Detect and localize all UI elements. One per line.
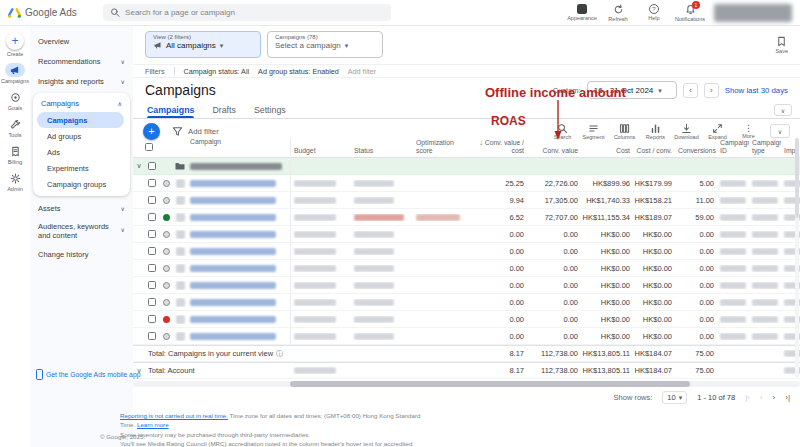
- reports-tool-button[interactable]: Reports: [640, 123, 671, 140]
- save-button[interactable]: Save: [775, 36, 788, 54]
- nav-campaigns-parent[interactable]: Campaigns: [33, 94, 130, 112]
- table-row[interactable]: 0.00 0.00 HK$0.00 HK$0.00 0.00: [133, 226, 800, 243]
- row-checkbox[interactable]: [148, 179, 156, 187]
- campaign-select-dropdown[interactable]: Campaigns (78) Select a campaign: [267, 31, 383, 58]
- table-row[interactable]: 0.00 0.00 HK$0.00 HK$0.00 0.00: [133, 277, 800, 294]
- campaign-status-dot[interactable]: [163, 299, 170, 306]
- vertical-scrollbar-thumb[interactable]: [795, 138, 799, 218]
- campaign-status-dot[interactable]: [163, 214, 170, 221]
- row-checkbox[interactable]: [148, 230, 156, 238]
- col-conv-value-per-cost[interactable]: ↓ Conv. value / cost: [473, 139, 527, 155]
- filter-chip-campaign-status[interactable]: Campaign status: All: [184, 67, 250, 76]
- rail-admin-button[interactable]: Admin: [5, 171, 25, 192]
- campaign-name-redacted[interactable]: [190, 197, 276, 204]
- col-conversions[interactable]: Conversions: [675, 147, 717, 155]
- select-all-checkbox[interactable]: [145, 143, 153, 151]
- col-campaign-id[interactable]: Campaign ID: [717, 139, 749, 155]
- col-cost[interactable]: Cost: [581, 147, 633, 155]
- vertical-scrollbar[interactable]: [795, 138, 799, 378]
- table-row[interactable]: 0.00 0.00 HK$0.00 HK$0.00 0.00: [133, 243, 800, 260]
- refresh-button[interactable]: Refresh: [600, 4, 636, 22]
- tab-drafts[interactable]: Drafts: [212, 102, 235, 118]
- campaign-name-redacted[interactable]: [190, 333, 276, 340]
- help-button[interactable]: Help: [636, 4, 672, 22]
- nav-assets[interactable]: Assets: [30, 198, 133, 218]
- tab-settings[interactable]: Settings: [254, 102, 286, 118]
- show-last-30-days-link[interactable]: Show last 30 days: [725, 86, 788, 95]
- account-info-redacted[interactable]: [714, 4, 792, 22]
- campaign-status-dot[interactable]: [163, 180, 170, 187]
- nav-sub-experiments[interactable]: Experiments: [33, 160, 130, 176]
- col-campaign[interactable]: Campaign: [187, 138, 291, 155]
- collapse-toolbar-button[interactable]: [770, 124, 790, 138]
- row-checkbox[interactable]: [148, 332, 156, 340]
- table-row[interactable]: [133, 158, 800, 175]
- horizontal-scrollbar[interactable]: [133, 381, 800, 387]
- date-next-button[interactable]: [704, 83, 719, 98]
- row-checkbox[interactable]: [148, 247, 156, 255]
- col-budget[interactable]: Budget: [291, 147, 351, 155]
- campaign-name-redacted[interactable]: [190, 214, 276, 221]
- campaign-status-dot[interactable]: [163, 333, 170, 340]
- campaign-name-redacted[interactable]: [190, 265, 276, 272]
- date-prev-button[interactable]: [683, 83, 698, 98]
- table-row[interactable]: 25.25 22,726.00 HK$899.96 HK$179.99 5.00: [133, 175, 800, 192]
- learn-more-link[interactable]: Learn more: [137, 421, 169, 428]
- nav-recommendations[interactable]: Recommendations: [30, 51, 133, 71]
- toolbar-add-filter[interactable]: Add filter: [172, 126, 219, 137]
- col-status[interactable]: Status: [351, 147, 413, 155]
- segment-tool-button[interactable]: Segment: [578, 123, 609, 140]
- mobile-app-link[interactable]: Get the Google Ads mobile app: [36, 369, 140, 380]
- campaign-name-redacted[interactable]: [190, 231, 276, 238]
- campaign-status-dot[interactable]: [163, 231, 170, 238]
- nav-sub-campaigns[interactable]: Campaigns: [37, 112, 124, 128]
- google-ads-logo[interactable]: Google Ads: [8, 7, 77, 19]
- nav-sub-campaign-groups[interactable]: Campaign groups: [33, 176, 130, 192]
- horizontal-scrollbar-thumb[interactable]: [290, 381, 690, 387]
- prev-page-button[interactable]: [760, 393, 763, 402]
- row-checkbox[interactable]: [148, 213, 156, 221]
- rail-goals-button[interactable]: Goals: [5, 90, 25, 111]
- nav-sub-ad-groups[interactable]: Ad groups: [33, 128, 130, 144]
- col-cost-per-conv[interactable]: Cost / conv.: [633, 147, 675, 155]
- table-row[interactable]: 9.94 17,305.00 HK$1,740.33 HK$158.21 11.…: [133, 192, 800, 209]
- columns-tool-button[interactable]: Columns: [609, 123, 640, 140]
- filter-chip-ad-group-status[interactable]: Ad group status: Enabled: [258, 67, 339, 76]
- campaign-name-redacted[interactable]: [190, 180, 276, 187]
- appearance-button[interactable]: Appearance: [564, 4, 600, 22]
- campaign-status-dot[interactable]: [163, 316, 170, 323]
- rail-billing-button[interactable]: Billing: [5, 144, 25, 165]
- rail-tools-button[interactable]: Tools: [5, 117, 25, 138]
- row-checkbox[interactable]: [148, 264, 156, 272]
- nav-sub-ads[interactable]: Ads: [33, 144, 130, 160]
- row-checkbox[interactable]: [148, 315, 156, 323]
- campaign-name-redacted[interactable]: [190, 248, 276, 255]
- view-filter-dropdown[interactable]: View (2 filters) All campaigns: [145, 31, 261, 58]
- table-row[interactable]: 6.52 72,707.00 HK$11,155.34 HK$189.07 59…: [133, 209, 800, 226]
- nav-audiences[interactable]: Audiences, keywords and content: [30, 218, 133, 244]
- row-checkbox[interactable]: [148, 162, 156, 170]
- col-campaign-type[interactable]: Campaign type: [749, 139, 781, 155]
- campaign-name-redacted[interactable]: [190, 299, 276, 306]
- campaign-status-dot[interactable]: [163, 197, 170, 204]
- download-tool-button[interactable]: Download: [671, 123, 702, 140]
- table-row[interactable]: 0.00 0.00 HK$0.00 HK$0.00 0.00: [133, 311, 800, 328]
- expand-tool-button[interactable]: Expand: [702, 123, 733, 140]
- table-row[interactable]: 0.00 0.00 HK$0.00 HK$0.00 0.00: [133, 260, 800, 277]
- next-page-button[interactable]: [773, 393, 776, 402]
- campaign-name-redacted[interactable]: [190, 282, 276, 289]
- col-conv-value[interactable]: Conv. value: [527, 147, 581, 155]
- rows-per-page-select[interactable]: 10: [662, 391, 687, 404]
- last-page-button[interactable]: [785, 393, 790, 402]
- nav-insights-reports[interactable]: Insights and reports: [30, 71, 133, 91]
- reporting-delay-link[interactable]: Reporting is not carried out in real tim…: [120, 412, 228, 419]
- nav-overview[interactable]: Overview: [30, 31, 133, 51]
- row-checkbox[interactable]: [148, 298, 156, 306]
- first-page-button[interactable]: [745, 393, 750, 402]
- campaign-status-dot[interactable]: [163, 248, 170, 255]
- campaign-status-dot[interactable]: [163, 265, 170, 272]
- global-search[interactable]: [103, 4, 391, 21]
- table-row[interactable]: 0.00 0.00 HK$0.00 HK$0.00 0.00: [133, 328, 800, 345]
- table-row[interactable]: 0.00 0.00 HK$0.00 HK$0.00 0.00: [133, 294, 800, 311]
- add-filter-link[interactable]: Add filter: [348, 67, 376, 76]
